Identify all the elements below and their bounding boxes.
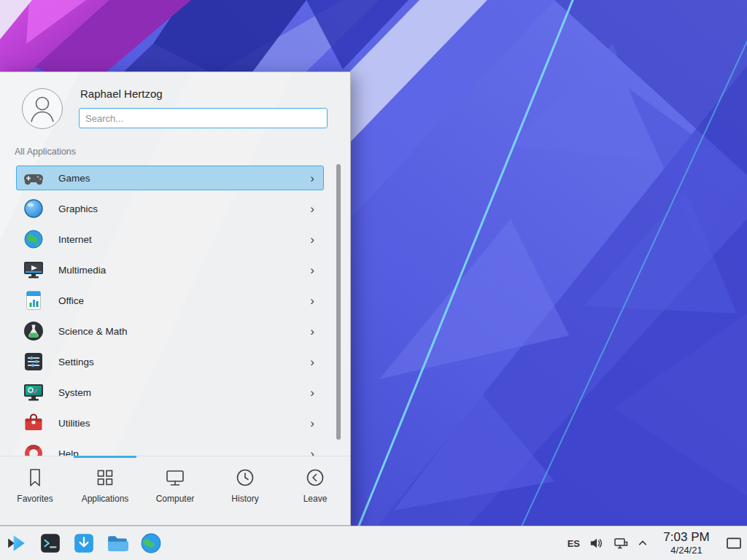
grid-icon bbox=[94, 467, 116, 489]
category-label: Multimedia bbox=[58, 265, 106, 276]
category-system[interactable]: System › bbox=[16, 380, 324, 405]
category-label: Utilities bbox=[58, 418, 90, 429]
tab-leave[interactable]: Leave bbox=[280, 456, 350, 525]
user-name: Raphael Hertzog bbox=[80, 88, 163, 100]
tray-expander-chevron-up-icon[interactable] bbox=[638, 538, 648, 548]
category-games[interactable]: Games › bbox=[16, 166, 324, 190]
software-center-icon[interactable] bbox=[73, 532, 95, 554]
user-avatar[interactable] bbox=[22, 88, 63, 129]
tab-label: Leave bbox=[303, 494, 328, 504]
section-label: All Applications bbox=[15, 147, 76, 157]
category-settings[interactable]: Settings › bbox=[16, 349, 324, 374]
submenu-arrow-icon: › bbox=[310, 233, 314, 246]
camera-lens-icon bbox=[22, 197, 45, 220]
submenu-arrow-icon: › bbox=[310, 264, 314, 276]
digital-clock[interactable]: 7:03 PM 4/24/21 bbox=[660, 530, 713, 556]
clock-time: 7:03 PM bbox=[660, 530, 713, 545]
monitor-icon bbox=[164, 467, 186, 489]
panel-launchers bbox=[6, 532, 162, 554]
tab-label: Applications bbox=[82, 494, 129, 504]
submenu-arrow-icon: › bbox=[310, 386, 314, 399]
taskbar-panel: ES 7:03 PM 4/24 bbox=[0, 526, 747, 560]
volume-icon[interactable] bbox=[589, 536, 604, 551]
system-monitor-icon bbox=[22, 381, 45, 404]
user-icon bbox=[23, 89, 62, 128]
category-label: Graphics bbox=[58, 203, 98, 214]
show-desktop-icon bbox=[725, 534, 743, 552]
category-graphics[interactable]: Graphics › bbox=[16, 196, 324, 221]
submenu-arrow-icon: › bbox=[310, 356, 314, 368]
tab-label: History bbox=[231, 494, 258, 504]
category-office[interactable]: Office › bbox=[16, 288, 324, 313]
tab-label: Favorites bbox=[17, 494, 53, 504]
toolbox-icon bbox=[22, 411, 45, 435]
app-launcher-button[interactable] bbox=[6, 532, 28, 554]
tab-favorites[interactable]: Favorites bbox=[0, 456, 70, 525]
launcher-tabbar: Favorites Applications C bbox=[0, 456, 350, 525]
media-player-icon bbox=[22, 258, 45, 281]
tab-label: Computer bbox=[156, 494, 195, 504]
document-chart-icon bbox=[22, 289, 45, 312]
show-desktop-button[interactable] bbox=[725, 529, 743, 558]
application-launcher-menu: Raphael Hertzog All Applications Games › bbox=[0, 71, 351, 526]
search-input[interactable] bbox=[79, 108, 328, 128]
category-label: Office bbox=[58, 295, 84, 306]
category-internet[interactable]: Internet › bbox=[16, 227, 324, 252]
category-list: Games › Graphics › bbox=[16, 166, 324, 472]
category-multimedia[interactable]: Multimedia › bbox=[16, 257, 324, 282]
desktop: Raphael Hertzog All Applications Games › bbox=[0, 0, 747, 560]
submenu-arrow-icon: › bbox=[310, 172, 314, 184]
bookmark-icon bbox=[24, 467, 46, 489]
category-label: Settings bbox=[58, 357, 94, 368]
system-tray: ES 7:03 PM 4/24 bbox=[568, 529, 743, 558]
tab-applications[interactable]: Applications bbox=[70, 456, 140, 525]
keyboard-layout-indicator[interactable]: ES bbox=[568, 538, 580, 549]
globe-icon bbox=[22, 228, 45, 251]
submenu-arrow-icon: › bbox=[310, 325, 314, 338]
clock-icon bbox=[234, 467, 256, 489]
submenu-arrow-icon: › bbox=[310, 295, 314, 307]
leave-icon bbox=[304, 467, 326, 489]
category-label: Internet bbox=[58, 234, 92, 245]
network-icon[interactable] bbox=[614, 536, 628, 551]
list-scrollbar[interactable] bbox=[336, 164, 341, 440]
category-label: System bbox=[58, 387, 91, 398]
flask-icon bbox=[22, 319, 45, 343]
web-browser-icon[interactable] bbox=[140, 532, 162, 554]
category-science-math[interactable]: Science & Math › bbox=[16, 319, 324, 343]
category-label: Games bbox=[58, 173, 90, 184]
terminal-app-icon[interactable] bbox=[39, 532, 61, 554]
tab-computer[interactable]: Computer bbox=[140, 456, 210, 525]
category-label: Science & Math bbox=[58, 326, 128, 337]
clock-date: 4/24/21 bbox=[660, 545, 713, 556]
gamepad-icon bbox=[22, 166, 45, 190]
tab-history[interactable]: History bbox=[210, 456, 280, 525]
category-utilities[interactable]: Utilities › bbox=[16, 411, 324, 435]
sliders-icon bbox=[22, 350, 45, 373]
file-manager-icon[interactable] bbox=[107, 532, 128, 554]
submenu-arrow-icon: › bbox=[310, 417, 314, 429]
submenu-arrow-icon: › bbox=[310, 203, 314, 215]
